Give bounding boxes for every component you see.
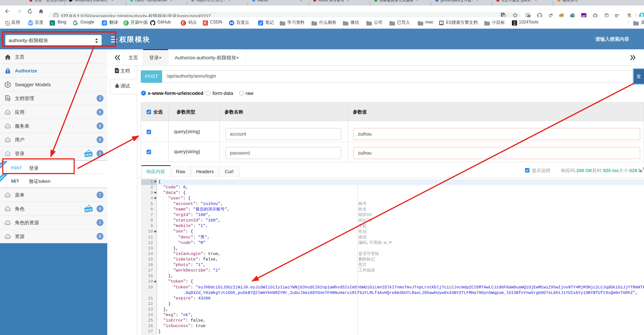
svg-text:译: 译	[102, 21, 106, 25]
svg-text:API: API	[6, 195, 9, 196]
svg-text:RP: RP	[582, 15, 586, 18]
svg-text:{..}: {..}	[538, 15, 541, 17]
svg-text:du: du	[30, 23, 32, 24]
svg-text:Git: Git	[615, 14, 618, 16]
svg-text:API: API	[6, 208, 9, 210]
svg-text:24: 24	[514, 23, 516, 25]
svg-text:API: API	[6, 126, 9, 128]
svg-text:API: API	[6, 140, 9, 141]
svg-text:10: 10	[514, 21, 516, 23]
svg-text:A: A	[7, 82, 8, 84]
svg-text:API: API	[6, 112, 9, 114]
svg-text:英: 英	[551, 13, 553, 16]
svg-text:API: API	[6, 236, 9, 238]
svg-text:API: API	[6, 222, 9, 224]
svg-text:API: API	[6, 153, 9, 155]
svg-text:b: b	[52, 21, 53, 25]
